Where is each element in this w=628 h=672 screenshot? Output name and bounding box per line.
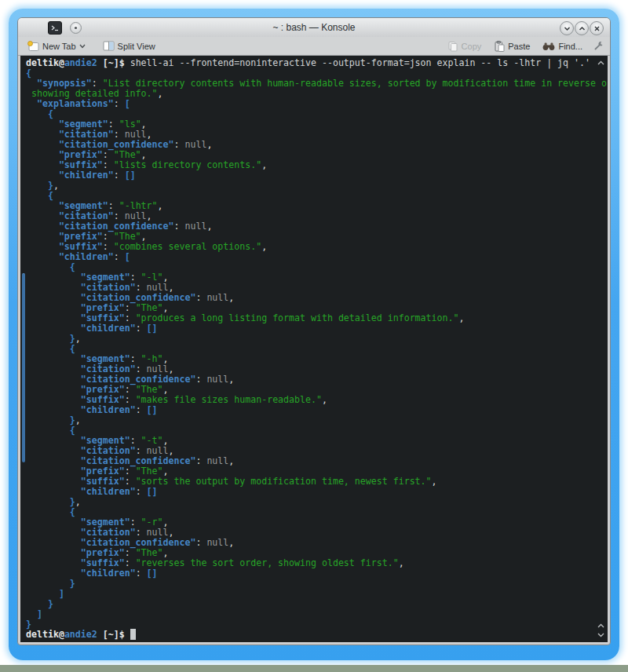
terminal-text-segment: "citation" [81, 363, 136, 374]
terminal-text-segment: : [114, 129, 125, 140]
terminal-text-segment: : [125, 302, 136, 313]
desktop-background-strip [0, 665, 628, 672]
terminal-text-segment: "children" [59, 251, 114, 262]
terminal-text-segment: : [195, 292, 206, 303]
terminal-text-segment [26, 363, 81, 374]
scrollbar-up-arrow-icon[interactable] [597, 60, 605, 67]
copy-button[interactable]: Copy [444, 39, 485, 53]
terminal-text-segment: "reverses the sort order, showing oldest… [136, 557, 399, 568]
terminal-text-segment: { [70, 506, 75, 517]
split-view-button[interactable]: Split View [100, 39, 159, 53]
terminal-text-segment: "List directory contents with human-read… [103, 78, 608, 89]
terminal-text-segment: "suffix" [59, 241, 103, 252]
terminal-text-segment: null [147, 445, 169, 456]
terminal-text-segment [26, 374, 81, 385]
terminal-text-segment: showing detailed info." [26, 88, 158, 99]
terminal-text-segment: , [169, 282, 174, 293]
terminal-text-segment: "citation_confidence" [59, 221, 174, 232]
terminal-text-segment: : [125, 312, 136, 323]
terminal-text-segment: , [169, 363, 174, 374]
terminal-text-segment [26, 323, 81, 334]
terminal-text-segment: } [70, 333, 75, 344]
terminal-viewport[interactable]: deltik@andie2 [~]$ shell-ai --frontend=n… [20, 56, 608, 642]
terminal-text-segment: { [70, 343, 75, 354]
scrollbar-rail[interactable] [595, 57, 607, 641]
terminal-text-segment [26, 312, 81, 323]
terminal-text-segment: { [70, 261, 75, 272]
terminal-text-segment: ] [59, 588, 64, 599]
configure-toolbar-button[interactable] [590, 39, 604, 53]
terminal-text-segment: shell-ai --frontend=noninteractive --out… [125, 57, 590, 68]
close-icon [593, 25, 601, 32]
terminal-line: deltik@andie2 [~]$ [26, 630, 593, 640]
terminal-text-segment [26, 496, 70, 507]
terminal-text-segment [26, 353, 81, 364]
new-tab-dropdown-chevron-icon[interactable] [79, 44, 86, 49]
terminal-text-segment: } [70, 578, 75, 589]
terminal-text-segment: : [195, 455, 206, 466]
terminal-text-segment: { [70, 425, 75, 436]
terminal-text-segment [26, 506, 70, 517]
new-tab-button[interactable]: New Tab [24, 39, 89, 53]
terminal-text-segment: : [130, 272, 141, 283]
terminal-text-segment: : [195, 537, 206, 548]
terminal-text-segment: [] [147, 404, 158, 415]
find-button[interactable]: Find... [539, 40, 586, 53]
terminal-text-segment: } [48, 598, 53, 609]
konsole-app-icon[interactable] [48, 21, 62, 35]
terminal-text-segment: : [136, 568, 147, 579]
terminal-text-segment: , [206, 221, 212, 232]
terminal-text-segment: , [141, 231, 147, 242]
window-menu-button[interactable] [70, 22, 82, 34]
close-button[interactable] [590, 21, 604, 35]
terminal-text-segment: , [53, 180, 59, 191]
terminal-text-segment: "segment" [59, 119, 108, 130]
terminal-text-segment: andie2 [64, 57, 97, 68]
terminal-text-segment: null [147, 363, 169, 374]
terminal-text-segment: deltik@ [26, 57, 64, 68]
terminal-text-segment [26, 568, 81, 579]
terminal-text-segment [26, 251, 59, 262]
terminal-text-segment: : [114, 210, 125, 221]
terminal-text-segment: [ [125, 98, 130, 109]
scrollbar-handle[interactable] [22, 273, 25, 462]
terminal-text-segment: "children" [81, 323, 136, 334]
terminal-text-segment: , [163, 384, 169, 395]
terminal-text-segment: [~]$ [97, 629, 130, 640]
terminal-text-segment: null [206, 537, 228, 548]
terminal-text-segment [26, 537, 81, 548]
split-view-label: Split View [118, 42, 155, 51]
paste-button[interactable]: Paste [491, 39, 533, 53]
terminal-text-segment: : [103, 231, 114, 242]
terminal-text-segment: "children" [59, 170, 114, 181]
terminal-text-segment: "-lhtr" [119, 200, 158, 211]
terminal-text-segment: "prefix" [59, 149, 103, 160]
terminal-text-segment: : [114, 251, 125, 262]
terminal-text-segment: "citation" [59, 129, 114, 140]
maximize-button[interactable] [575, 21, 589, 35]
terminal-text-segment: "explanations" [37, 98, 114, 109]
terminal-text-segment: , [228, 537, 234, 548]
terminal-line: }, [26, 415, 593, 425]
terminal-text-segment [26, 445, 81, 456]
paste-icon [494, 41, 505, 52]
scrollbar-up-arrow-bottom-icon[interactable] [597, 623, 605, 630]
terminal-text-segment: "citation_confidence" [81, 374, 196, 385]
terminal-text-segment: "citation" [81, 282, 136, 293]
scrollbar-down-arrow-icon[interactable] [597, 631, 605, 638]
terminal-text-segment: "citation_confidence" [81, 455, 196, 466]
terminal-text-segment [26, 394, 81, 405]
terminal-text-segment: "segment" [81, 272, 130, 283]
terminal-text-segment: , [163, 435, 169, 446]
titlebar[interactable]: ~ : bash — Konsole [18, 18, 610, 37]
terminal-text-segment: "The" [136, 384, 163, 395]
terminal-text-segment: "segment" [81, 517, 130, 528]
terminal-line: }, [26, 334, 593, 344]
find-label: Find... [558, 42, 582, 51]
terminal-text-segment: : [136, 486, 147, 497]
terminal-line: "children": [] [26, 487, 593, 497]
terminal-text-segment: : [173, 139, 184, 150]
terminal-text-segment [26, 261, 70, 272]
terminal-text-segment: : [130, 353, 141, 364]
minimize-button[interactable] [560, 21, 574, 35]
